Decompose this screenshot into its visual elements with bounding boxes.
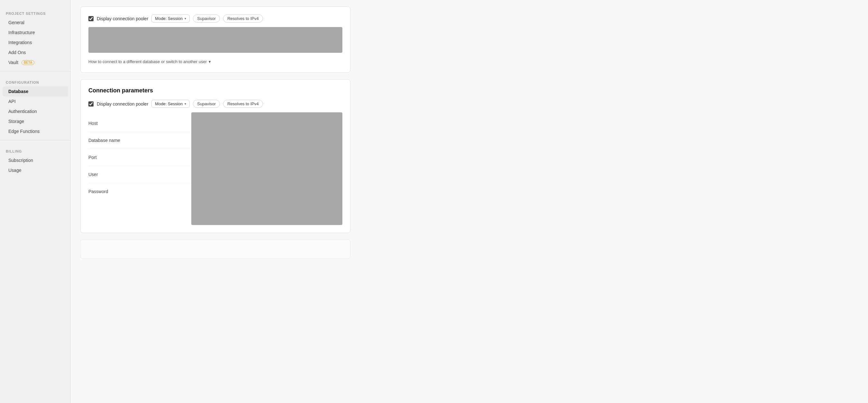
sidebar-item-integrations[interactable]: Integrations: [3, 38, 68, 47]
sidebar-item-subscription[interactable]: Subscription: [3, 155, 68, 165]
sidebar-item-authentication[interactable]: Authentication: [3, 107, 68, 116]
param-label-user: User: [88, 166, 191, 183]
beta-badge: BETA: [22, 60, 34, 65]
param-row-port: Port: [88, 149, 191, 166]
param-label-host: Host: [88, 115, 191, 132]
sidebar-item-vault[interactable]: Vault BETA: [3, 58, 68, 67]
top-mode-label: Mode: Session: [155, 16, 183, 21]
param-row-host: Host: [88, 115, 191, 132]
sidebar-item-api[interactable]: API: [3, 96, 68, 106]
param-label-password: Password: [88, 183, 191, 200]
sidebar-item-label: Subscription: [8, 158, 33, 163]
connection-params-card: Connection parameters Display connection…: [81, 79, 350, 233]
param-label-port: Port: [88, 149, 191, 166]
param-row-database-name: Database name: [88, 132, 191, 149]
sidebar-item-general[interactable]: General: [3, 18, 68, 27]
param-row-password: Password: [88, 183, 191, 200]
expand-hint-text: How to connect to a different database o…: [88, 59, 207, 64]
top-card: Display connection pooler Mode: Session …: [81, 6, 350, 73]
sidebar-item-label: Infrastructure: [8, 30, 35, 35]
sidebar-item-label: API: [8, 99, 16, 104]
params-mode-label: Mode: Session: [155, 102, 183, 106]
sidebar-item-usage[interactable]: Usage: [3, 166, 68, 175]
params-pooler-label: Display connection pooler: [97, 102, 148, 107]
param-label-database-name: Database name: [88, 132, 191, 149]
sidebar-item-label: Storage: [8, 119, 24, 124]
bottom-card: [81, 239, 350, 259]
sidebar-item-add-ons[interactable]: Add Ons: [3, 48, 68, 57]
sidebar-item-edge-functions[interactable]: Edge Functions: [3, 126, 68, 136]
chevron-down-icon: ▾: [185, 102, 186, 106]
top-gray-block: [88, 27, 342, 53]
chevron-down-icon: ▾: [185, 17, 186, 20]
project-settings-label: PROJECT SETTINGS: [0, 6, 70, 18]
main-content: Display connection pooler Mode: Session …: [71, 0, 868, 403]
sidebar-divider-1: [0, 71, 70, 71]
params-pooler-checkbox[interactable]: [88, 102, 94, 107]
sidebar-item-label: Usage: [8, 168, 21, 173]
sidebar-item-label: Add Ons: [8, 50, 26, 55]
top-pooler-checkbox[interactable]: [88, 16, 94, 21]
top-pooler-row: Display connection pooler Mode: Session …: [88, 15, 342, 23]
connection-params-title: Connection parameters: [88, 87, 342, 94]
sidebar-item-label: Integrations: [8, 40, 32, 45]
sidebar-item-label: Database: [8, 89, 28, 94]
params-supervisor-badge: Supavisor: [193, 100, 220, 108]
params-pooler-row: Display connection pooler Mode: Session …: [88, 100, 342, 108]
sidebar-item-label: General: [8, 20, 25, 25]
sidebar-item-label: Edge Functions: [8, 129, 39, 134]
params-gray-block: [191, 112, 342, 225]
chevron-down-icon: ▾: [209, 59, 211, 64]
expand-hint[interactable]: How to connect to a different database o…: [88, 57, 342, 65]
sidebar-divider-2: [0, 140, 70, 140]
top-mode-dropdown[interactable]: Mode: Session ▾: [151, 15, 190, 23]
top-supervisor-badge: Supavisor: [193, 15, 220, 23]
sidebar: PROJECT SETTINGS General Infrastructure …: [0, 0, 71, 403]
configuration-label: CONFIGURATION: [0, 75, 70, 86]
sidebar-item-storage[interactable]: Storage: [3, 117, 68, 126]
sidebar-item-label: Authentication: [8, 109, 37, 114]
sidebar-item-infrastructure[interactable]: Infrastructure: [3, 28, 68, 37]
top-pooler-label: Display connection pooler: [97, 16, 148, 21]
params-resolves-badge: Resolves to IPv4: [223, 100, 263, 108]
sidebar-item-label: Vault: [8, 60, 18, 65]
params-table: Host Database name Port User Password: [88, 115, 191, 225]
param-row-user: User: [88, 166, 191, 183]
params-mode-dropdown[interactable]: Mode: Session ▾: [151, 100, 190, 108]
billing-label: BILLING: [0, 144, 70, 155]
top-resolves-badge: Resolves to IPv4: [223, 15, 263, 23]
sidebar-item-database[interactable]: Database: [3, 87, 68, 96]
